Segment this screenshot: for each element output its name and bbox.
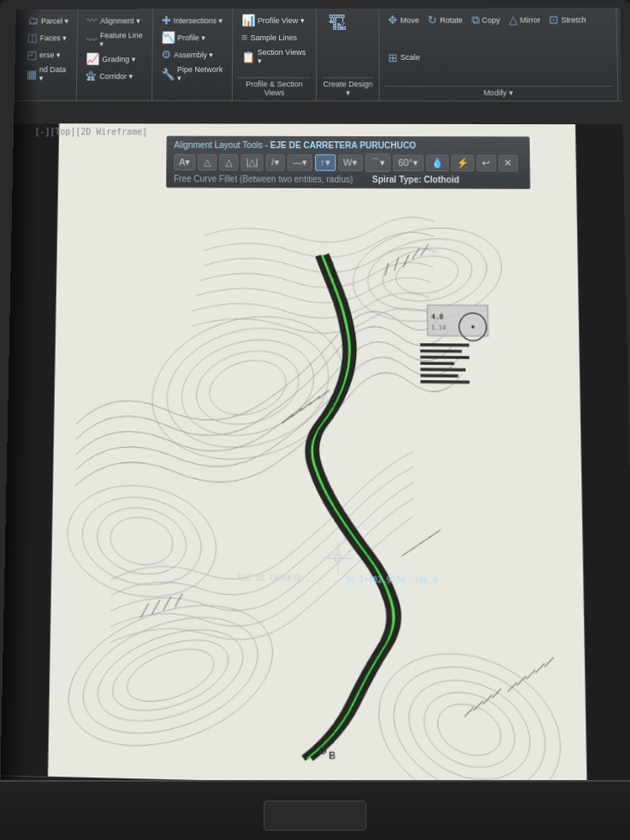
sample-lines-label: Sample Lines xyxy=(250,33,296,42)
align-tool-dash[interactable]: —▾ xyxy=(288,154,312,170)
erse-icon: ◰ xyxy=(27,48,37,61)
scale-label: Scale xyxy=(401,53,420,62)
align-tool-a[interactable]: A▾ xyxy=(174,154,196,170)
laptop-bezel: 🗂 Parcel ▾ ◫ Faces ▾ ◰ erse ▾ ▦ xyxy=(0,0,630,840)
intersections-icon: ✚ xyxy=(162,14,171,27)
profile-icon: 📉 xyxy=(161,31,175,44)
mirror-label: Mirror xyxy=(520,15,540,24)
profile-view-icon: 📊 xyxy=(241,14,255,27)
align-tool-triangle3[interactable]: |△| xyxy=(241,154,264,170)
profile-btn[interactable]: 📉 Profile ▾ xyxy=(158,29,227,45)
scale-icon: ⊞ xyxy=(389,51,398,63)
svg-rect-67 xyxy=(420,380,470,384)
svg-text:EJE DE CARRETE...: EJE DE CARRETE... xyxy=(238,573,316,583)
create-design-label: Create Design ▾ xyxy=(322,77,373,97)
section-views-icon: 📋 xyxy=(241,51,255,63)
scale-btn[interactable]: ⊞ Scale xyxy=(385,49,424,65)
ribbon-section-intersections: ✚ Intersections ▾ 📉 Profile ▾ ⚙ Assembly… xyxy=(152,9,233,100)
svg-rect-62 xyxy=(420,349,462,353)
erse-btn[interactable]: ◰ erse ▾ xyxy=(23,46,72,63)
profile-label: Profile ▾ xyxy=(177,33,205,42)
rotate-btn[interactable]: ↻ Rotate xyxy=(425,12,467,28)
parcel-label: Parcel ▾ xyxy=(41,16,69,25)
align-tool-degree[interactable]: 60°▾ xyxy=(393,154,423,171)
svg-rect-61 xyxy=(420,343,469,347)
mirror-btn[interactable]: △ Mirror xyxy=(505,11,544,27)
alignment-icon: 〰 xyxy=(86,15,98,27)
faces-icon: ◫ xyxy=(27,32,38,45)
nddata-icon: ▦ xyxy=(27,68,37,80)
feature-line-label: Feature Line ▾ xyxy=(99,31,143,48)
erse-label: erse ▾ xyxy=(39,51,61,59)
align-toolbar-status: Free Curve Fillet (Between two entities,… xyxy=(174,174,522,185)
mirror-icon: △ xyxy=(508,13,517,26)
viewport-label: [-][Top][2D Wireframe] xyxy=(34,127,147,136)
sample-lines-icon: ≡ xyxy=(241,31,248,44)
corridor-icon: 🛣 xyxy=(86,69,97,82)
corridor-btn[interactable]: 🛣 Corridor ▾ xyxy=(82,68,146,84)
pipe-network-label: Pipe Network ▾ xyxy=(177,65,223,82)
svg-rect-64 xyxy=(420,361,455,365)
corridor-label: Corridor ▾ xyxy=(99,72,134,80)
grading-icon: 📈 xyxy=(86,52,99,65)
feature-line-icon: 〰 xyxy=(86,33,98,46)
section-views-btn[interactable]: 📋 Section Views ▾ xyxy=(238,46,312,67)
profile-view-label: Profile View ▾ xyxy=(258,16,305,25)
create-design-icon: 🏗 xyxy=(328,15,347,33)
svg-rect-66 xyxy=(420,374,458,378)
intersections-btn[interactable]: ✚ Intersections ▾ xyxy=(158,12,228,28)
align-tool-undo[interactable]: ↩ xyxy=(476,155,496,172)
move-btn[interactable]: ✥ Move xyxy=(384,12,422,28)
sample-lines-btn[interactable]: ≡ Sample Lines xyxy=(238,29,311,45)
svg-rect-65 xyxy=(420,368,466,372)
align-tool-slash[interactable]: /▾ xyxy=(266,154,285,170)
align-tool-lightning[interactable]: ⚡ xyxy=(451,155,474,172)
align-tool-w[interactable]: W▾ xyxy=(338,154,363,170)
faces-label: Faces ▾ xyxy=(39,33,67,42)
pipe-network-btn[interactable]: 🔧 Pipe Network ▾ xyxy=(158,63,227,84)
ribbon-toolbar: 🗂 Parcel ▾ ◫ Faces ▾ ◰ erse ▾ ▦ xyxy=(15,8,622,102)
copy-btn[interactable]: ⧉ Copy xyxy=(468,11,504,28)
intersections-label: Intersections ▾ xyxy=(173,16,223,25)
stretch-icon: ⊡ xyxy=(549,13,558,26)
align-tool-triangle1[interactable]: △ xyxy=(198,154,217,170)
svg-text:SO  1+802.977m   -106.0: SO 1+802.977m -106.0 xyxy=(346,575,437,586)
screen: 🗂 Parcel ▾ ◫ Faces ▾ ◰ erse ▾ ▦ xyxy=(0,8,630,819)
grading-btn[interactable]: 📈 Grading ▾ xyxy=(82,51,146,67)
rotate-icon: ↻ xyxy=(428,14,437,27)
topo-map-svg: B 4.0 1.14 EJE DE CARRETE... SO 1+802. xyxy=(1,123,630,790)
alignment-label: Alignment ▾ xyxy=(100,16,140,25)
trackpad[interactable] xyxy=(264,801,366,831)
grading-label: Grading ▾ xyxy=(102,55,135,63)
assembly-label: Assembly ▾ xyxy=(174,51,213,59)
align-tool-triangle2[interactable]: △ xyxy=(220,154,239,170)
align-toolbar-buttons: A▾ △ △ |△| /▾ —▾ ↑▾ W▾ ⌒▾ 60°▾ 💧 ⚡ ↩ ✕ xyxy=(174,153,522,173)
align-tool-curve[interactable]: ⌒▾ xyxy=(366,153,391,172)
pipe-network-icon: 🔧 xyxy=(161,68,175,80)
modify-label: Modify ▾ xyxy=(385,86,612,97)
parcel-icon: 🗂 xyxy=(27,15,39,27)
profile-view-btn[interactable]: 📊 Profile View ▾ xyxy=(238,12,311,28)
align-toolbar-title: Alignment Layout Tools - EJE DE CARRETER… xyxy=(174,140,522,151)
stretch-label: Stretch xyxy=(562,15,586,24)
align-tool-close[interactable]: ✕ xyxy=(498,155,518,172)
nddata-label: nd Data ▾ xyxy=(39,65,68,82)
align-tool-water[interactable]: 💧 xyxy=(425,155,449,172)
rotate-label: Rotate xyxy=(440,15,463,24)
align-tool-up[interactable]: ↑▾ xyxy=(315,154,336,170)
move-icon: ✥ xyxy=(388,14,397,27)
faces-btn[interactable]: ◫ Faces ▾ xyxy=(24,29,73,45)
feature-line-btn[interactable]: 〰 Feature Line ▾ xyxy=(83,29,147,50)
create-design-btn[interactable]: 🏗 xyxy=(322,12,353,36)
parcel-btn[interactable]: 🗂 Parcel ▾ xyxy=(24,13,72,29)
cad-canvas[interactable]: [-][Top][2D Wireframe] xyxy=(1,123,630,790)
assembly-btn[interactable]: ⚙ Assembly ▾ xyxy=(158,46,227,63)
alignment-layout-toolbar[interactable]: Alignment Layout Tools - EJE DE CARRETER… xyxy=(166,136,531,189)
copy-icon: ⧉ xyxy=(472,14,479,27)
stretch-btn[interactable]: ⊡ Stretch xyxy=(545,11,590,27)
nddata-btn[interactable]: ▦ nd Data ▾ xyxy=(23,63,72,84)
alignment-btn[interactable]: 〰 Alignment ▾ xyxy=(83,12,147,28)
assembly-icon: ⚙ xyxy=(161,48,171,61)
keyboard-area xyxy=(0,780,630,840)
ribbon-section-modify: ✥ Move ↻ Rotate ⧉ Copy △ Mirror xyxy=(379,8,618,101)
